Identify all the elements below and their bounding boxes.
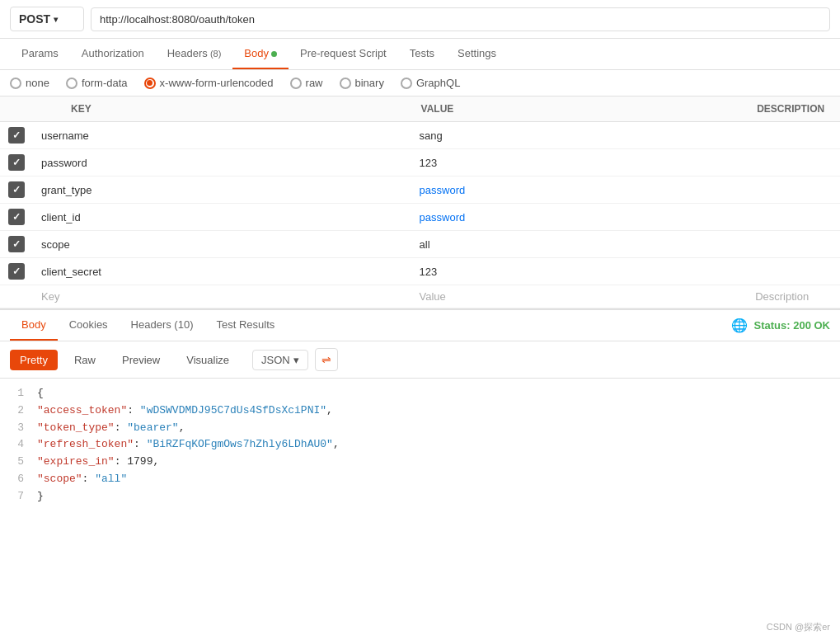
body-type-x_www_form_urlencoded[interactable]: x-www-form-urlencoded (144, 77, 274, 89)
json-chevron-icon: ▾ (293, 354, 299, 366)
row-checkbox-cell[interactable] (0, 176, 33, 204)
url-input[interactable] (91, 7, 830, 31)
line-content: "expires_in": 1799, (37, 454, 840, 471)
tab-badge: (8) (208, 49, 222, 59)
format-btn-visualize[interactable]: Visualize (176, 350, 239, 370)
json-line: 1{ (0, 385, 840, 402)
checkbox-icon (8, 154, 25, 171)
checkbox-icon (8, 209, 25, 225)
json-key: "expires_in" (37, 455, 115, 468)
row-value[interactable]: sang (411, 122, 748, 149)
method-selector[interactable]: POST ▾ (10, 7, 84, 31)
tab-tests[interactable]: Tests (398, 39, 446, 69)
line-number: 2 (0, 402, 37, 420)
response-tab-test-results[interactable]: Test Results (204, 310, 286, 341)
json-string: "bearer" (127, 421, 178, 434)
line-number: 4 (0, 436, 37, 454)
row-key[interactable]: client_id (33, 204, 411, 231)
row-key[interactable]: scope (33, 231, 411, 258)
response-tab-body[interactable]: Body (10, 310, 58, 341)
row-checkbox-cell[interactable] (0, 231, 33, 258)
tab-body[interactable]: Body (232, 39, 289, 69)
row-value[interactable]: 123 (411, 149, 748, 176)
row-checkbox-cell[interactable] (0, 122, 33, 149)
checkbox-icon (8, 181, 25, 198)
placeholder-key-cell[interactable]: Key (33, 285, 411, 308)
wrap-icon: ⇌ (321, 353, 331, 366)
row-value[interactable]: all (411, 231, 748, 258)
json-string: "BiRZFqKOFgmOws7hZhly6LDhAU0" (147, 438, 333, 450)
table-row: password 123 (0, 149, 840, 176)
json-line: 4 "refresh_token": "BiRZFqKOFgmOws7hZhly… (0, 436, 840, 454)
row-checkbox-cell[interactable] (0, 258, 33, 285)
line-content: } (37, 488, 840, 506)
format-btn-raw[interactable]: Raw (64, 350, 106, 370)
placeholder-value-cell[interactable]: Value (411, 285, 748, 308)
tab-authorization[interactable]: Authorization (70, 39, 156, 69)
col-value: VALUE (411, 96, 748, 122)
row-key[interactable]: grant_type (33, 176, 411, 204)
tab-headers[interactable]: Headers (8) (156, 39, 233, 69)
row-value[interactable]: 123 (411, 258, 748, 285)
json-key: "scope" (37, 473, 82, 485)
json-line: 3 "token_type": "bearer", (0, 420, 840, 437)
table-row: client_id password (0, 204, 840, 231)
json-line: 2 "access_token": "wDSWVDMDJ95C7dUs4SfDs… (0, 402, 840, 420)
row-key[interactable]: client_secret (33, 258, 411, 285)
line-content: "token_type": "bearer", (37, 420, 840, 437)
line-content: "access_token": "wDSWVDMDJ95C7dUs4SfDsXc… (37, 402, 840, 420)
row-desc (747, 258, 840, 285)
line-content: "refresh_token": "BiRZFqKOFgmOws7hZhly6L… (37, 436, 840, 454)
tab-pre-request-script[interactable]: Pre-request Script (289, 39, 398, 69)
placeholder-desc-cell[interactable]: Description (747, 285, 840, 308)
row-desc (747, 231, 840, 258)
response-tabs-bar: BodyCookiesHeaders (10)Test Results🌐Stat… (0, 310, 840, 341)
json-key: "refresh_token" (37, 438, 134, 450)
col-desc: DESCRIPTION (747, 96, 840, 122)
radio-circle-icon (290, 78, 302, 89)
row-checkbox-cell[interactable] (0, 149, 33, 176)
format-btn-preview[interactable]: Preview (112, 350, 170, 370)
body-type-none[interactable]: none (10, 77, 49, 89)
placeholder-checkbox (0, 285, 33, 308)
line-number: 6 (0, 471, 37, 488)
row-checkbox-cell[interactable] (0, 204, 33, 231)
radio-circle-icon (401, 78, 412, 89)
format-btn-pretty[interactable]: Pretty (10, 350, 58, 370)
response-tab-headers--10-[interactable]: Headers (10) (120, 310, 205, 341)
status-area: 🌐Status: 200 OK (731, 318, 830, 333)
status-badge: Status: 200 OK (754, 319, 830, 332)
json-line: 7} (0, 488, 840, 506)
table-row: username sang (0, 122, 840, 149)
json-key: "access_token" (37, 404, 127, 416)
table-row-placeholder: Key Value Description (0, 285, 840, 308)
json-key: "token_type" (37, 421, 115, 434)
wrap-button[interactable]: ⇌ (315, 348, 338, 371)
checkbox-icon (8, 127, 25, 144)
body-type-form_data[interactable]: form-data (66, 77, 128, 89)
body-type-binary[interactable]: binary (340, 77, 384, 89)
row-key[interactable]: password (33, 149, 411, 176)
row-value[interactable]: password (411, 176, 748, 204)
method-chevron-icon: ▾ (54, 15, 58, 24)
table-row: grant_type password (0, 176, 840, 204)
checkbox-icon (8, 263, 25, 280)
response-tab-cookies[interactable]: Cookies (58, 310, 120, 341)
json-format-select[interactable]: JSON▾ (252, 350, 308, 370)
body-type-raw[interactable]: raw (290, 77, 323, 89)
body-type-GraphQL[interactable]: GraphQL (401, 77, 460, 89)
body-type-row: noneform-datax-www-form-urlencodedrawbin… (0, 70, 840, 96)
line-number: 3 (0, 420, 37, 437)
tab-settings[interactable]: Settings (446, 39, 508, 69)
row-desc (747, 149, 840, 176)
json-string: "all" (95, 473, 127, 485)
line-number: 7 (0, 488, 37, 506)
tab-params[interactable]: Params (10, 39, 70, 69)
checkbox-icon (8, 236, 25, 252)
format-bar: PrettyRawPreviewVisualizeJSON▾⇌ (0, 341, 840, 379)
row-key[interactable]: username (33, 122, 411, 149)
params-table: KEY VALUE DESCRIPTION username sang pass… (0, 96, 840, 308)
table-row: client_secret 123 (0, 258, 840, 285)
row-value[interactable]: password (411, 204, 748, 231)
radio-circle-icon (144, 78, 156, 89)
